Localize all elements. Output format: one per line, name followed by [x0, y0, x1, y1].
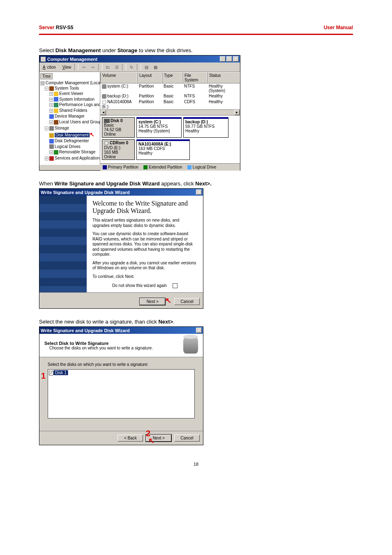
- button-row: < Back Next > Cancel 2 ↖: [39, 431, 203, 445]
- drive-icon: [102, 84, 106, 89]
- maximize-button[interactable]: □: [226, 56, 232, 62]
- disk0-label[interactable]: Disk 0Basic74.52 GBOnline: [102, 117, 135, 138]
- device-icon: [49, 114, 54, 119]
- dont-show-label: Do not show this wizard again: [112, 283, 167, 288]
- menu-action[interactable]: Action: [41, 65, 59, 70]
- drive-icon: [102, 94, 106, 99]
- tree-event[interactable]: +Event Viewer: [49, 91, 99, 97]
- back-button[interactable]: < Back: [118, 435, 143, 442]
- tree-pane: Tree Computer Management (Local) −System…: [39, 72, 100, 164]
- col-volume[interactable]: Volume: [100, 72, 137, 83]
- separator: [122, 64, 126, 70]
- tree-perf[interactable]: +Performance Logs and Alerts: [49, 102, 99, 108]
- view2-icon[interactable]: ▦: [152, 63, 159, 71]
- dont-show-row: Do not show this wizard again: [92, 283, 197, 288]
- disk-icon: [49, 133, 54, 138]
- computer-management-window: Computer Management _ □ × Action View ⇦ …: [39, 55, 240, 171]
- disk-checkbox[interactable]: ✓: [49, 371, 53, 375]
- storage-icon: [49, 126, 54, 131]
- disk-icon: [104, 119, 110, 123]
- disk-graphic-icon: [183, 337, 198, 354]
- next-button[interactable]: Next >: [140, 298, 165, 305]
- titlebar[interactable]: Computer Management _ □ ×: [39, 56, 240, 62]
- tree-remov[interactable]: +Removable Storage: [49, 149, 99, 155]
- scrollbar[interactable]: ◄►: [100, 109, 240, 116]
- subheader-desc: Choose the disks on which you want to wr…: [44, 346, 153, 350]
- view1-icon[interactable]: ▤: [143, 63, 150, 71]
- tree-device[interactable]: Device Manager: [49, 113, 99, 119]
- volume-row[interactable]: system (C:)PartitionBasicNTFSHealthy (Sy…: [100, 83, 240, 93]
- disk-item-label: Disk 1: [53, 370, 68, 375]
- wizard-text: You can use dynamic disks to create soft…: [92, 231, 197, 257]
- close-button[interactable]: ×: [196, 328, 202, 333]
- tree-users[interactable]: +Local Users and Groups: [49, 119, 99, 125]
- refresh-icon[interactable]: ↻: [128, 63, 135, 71]
- tree-services[interactable]: +Services and Applications: [45, 155, 99, 161]
- page-header: Server RSV-S5 User Manual: [39, 25, 353, 35]
- dont-show-checkbox[interactable]: [173, 283, 178, 288]
- up-icon[interactable]: 🗀: [104, 63, 111, 71]
- subheader-title: Select Disk to Write Signature: [44, 341, 108, 346]
- menu-view[interactable]: View: [61, 65, 73, 70]
- disk-listbox[interactable]: ✓Disk 1: [48, 369, 195, 419]
- cancel-button[interactable]: Cancel: [174, 298, 200, 305]
- tree-shared[interactable]: +Shared Folders: [49, 108, 99, 113]
- partition-d[interactable]: backup (D:)59.77 GB NTFSHealthy: [183, 117, 228, 138]
- removable-icon: [54, 150, 58, 155]
- tree-storage[interactable]: −Storage Disk Management↖ Disk Defragmen…: [45, 125, 99, 155]
- disk-item[interactable]: ✓Disk 1: [49, 370, 68, 375]
- button-row: Next >↖ Cancel: [39, 292, 203, 308]
- volume-header: Volume Layout Type File System Status: [100, 72, 240, 83]
- cdrom-label[interactable]: CDRom 0DVD (E:)163 MBOnline: [102, 139, 135, 160]
- col-layout[interactable]: Layout: [137, 72, 162, 83]
- forward-icon[interactable]: ⇨: [89, 63, 97, 71]
- cancel-button[interactable]: Cancel: [174, 435, 200, 442]
- menubar: Action View ⇦ ⇨ 🗀 ☰ ↻ ▤ ▦: [39, 62, 240, 72]
- logical-icon: [49, 144, 54, 149]
- volume-row[interactable]: NA1014008A (E:)PartitionBasicCDFSHealthy: [100, 99, 240, 109]
- col-type[interactable]: Type: [162, 72, 182, 83]
- separator: [74, 64, 78, 70]
- instruction-3: Select the new disk to write a signature…: [39, 319, 353, 325]
- col-fs[interactable]: File System: [182, 72, 207, 83]
- window-title: Computer Management: [47, 57, 220, 62]
- tree-diskmgmt[interactable]: Disk Management↖: [49, 131, 99, 138]
- partition-e[interactable]: NA1014008A (E:)163 MB CDFSHealthy: [136, 139, 190, 160]
- scroll-left-icon[interactable]: ◄: [101, 110, 106, 115]
- volume-row[interactable]: backup (D:)PartitionBasicNTFSHealthy: [100, 93, 240, 99]
- legend: Primary Partition Extended Partition Log…: [100, 163, 240, 171]
- tree-systools[interactable]: −System Tools +Event Viewer +System Info…: [45, 86, 99, 125]
- details-pane: Volume Layout Type File System Status sy…: [100, 72, 240, 164]
- instruction-1: Select Disk Management under Storage to …: [39, 47, 353, 53]
- wizard-heading: Welcome to the Write Signature and Upgra…: [92, 200, 197, 215]
- wizard-select-disk-window: Write Signature and Upgrade Disk Wizard …: [39, 326, 203, 445]
- tree-root[interactable]: Computer Management (Local) −System Tool…: [40, 80, 99, 162]
- app-icon: [41, 57, 46, 62]
- close-button[interactable]: ×: [196, 190, 202, 195]
- tree-defrag[interactable]: Disk Defragmenter: [49, 138, 99, 144]
- minimize-button[interactable]: _: [220, 56, 226, 62]
- disk-graph: Disk 0Basic74.52 GBOnline system (C:)14.…: [100, 116, 240, 163]
- col-status[interactable]: Status: [207, 72, 240, 83]
- close-button[interactable]: ×: [233, 56, 239, 62]
- annotation-arrow: ↖: [165, 296, 171, 305]
- partition-c[interactable]: system (C:)14.75 GB NTFSHealthy (System): [136, 117, 182, 138]
- tree-sysinfo[interactable]: +System Information: [49, 97, 99, 102]
- defrag-icon: [49, 139, 54, 143]
- titlebar[interactable]: Write Signature and Upgrade Disk Wizard …: [39, 327, 203, 334]
- wizard-text: To continue, click Next.: [92, 274, 197, 280]
- annotation-arrow: ↖: [148, 436, 154, 445]
- titlebar[interactable]: Write Signature and Upgrade Disk Wizard …: [39, 189, 203, 196]
- tree-logical[interactable]: Logical Drives: [49, 144, 99, 150]
- props-icon[interactable]: ☰: [113, 63, 120, 71]
- cd-icon: [104, 141, 109, 146]
- back-icon[interactable]: ⇦: [80, 63, 88, 71]
- users-icon: [54, 120, 58, 125]
- tree-tab[interactable]: Tree: [40, 73, 53, 79]
- scroll-right-icon[interactable]: ►: [234, 110, 240, 115]
- legend-logical-icon: [187, 165, 191, 169]
- services-icon: [49, 156, 54, 161]
- window-title: Write Signature and Upgrade Disk Wizard: [41, 328, 196, 333]
- perf-icon: [54, 103, 58, 107]
- annotation-arrow: ↖: [90, 131, 95, 138]
